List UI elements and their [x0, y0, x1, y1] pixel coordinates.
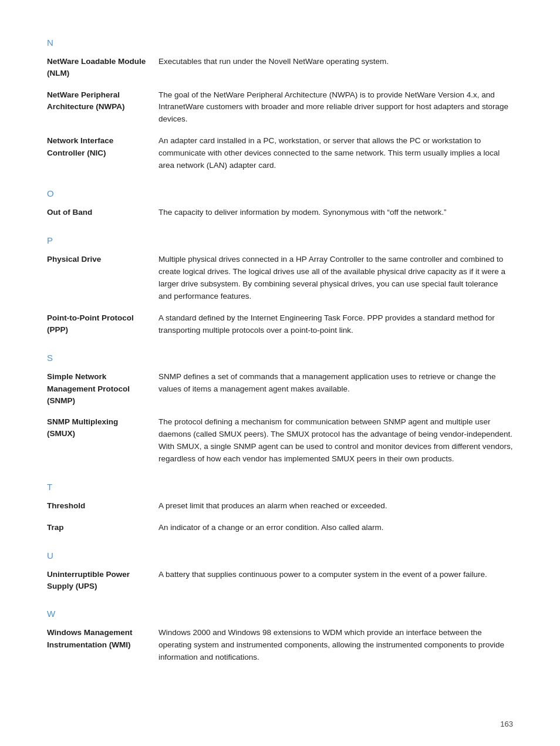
- glossary-row: Uninterruptible Power Supply (UPS)A batt…: [47, 566, 513, 595]
- section-letter: P: [47, 235, 513, 245]
- section-n: NNetWare Loadable Module (NLM)Executable…: [47, 38, 513, 174]
- glossary-definition: The goal of the NetWare Peripheral Archi…: [158, 87, 513, 129]
- glossary-term: SNMP Multiplexing (SMUX): [47, 414, 158, 468]
- section-letter: O: [47, 188, 513, 198]
- glossary-definition: SNMP defines a set of commands that a ma…: [158, 369, 513, 409]
- glossary-definition: Executables that run under the Novell Ne…: [158, 53, 513, 82]
- glossary-row: ThresholdA preset limit that produces an…: [47, 498, 513, 515]
- glossary-table: Out of BandThe capacity to deliver infor…: [47, 204, 513, 221]
- glossary-row: Windows Management Instrumentation (WMI)…: [47, 625, 513, 666]
- glossary-content: NNetWare Loadable Module (NLM)Executable…: [47, 38, 513, 666]
- glossary-term: Physical Drive: [47, 251, 158, 305]
- glossary-term: Network Interface Controller (NIC): [47, 133, 158, 174]
- page-number: 163: [500, 720, 513, 728]
- glossary-term: Simple Network Management Protocol (SNMP…: [47, 369, 158, 409]
- glossary-term: NetWare Loadable Module (NLM): [47, 53, 158, 82]
- glossary-table: NetWare Loadable Module (NLM)Executables…: [47, 53, 513, 174]
- glossary-definition: The protocol defining a mechanism for co…: [158, 414, 513, 468]
- glossary-definition: A preset limit that produces an alarm wh…: [158, 498, 513, 515]
- glossary-row: Out of BandThe capacity to deliver infor…: [47, 204, 513, 221]
- section-t: TThresholdA preset limit that produces a…: [47, 482, 513, 536]
- section-p: PPhysical DriveMultiple physical drives …: [47, 235, 513, 339]
- glossary-definition: Windows 2000 and Windows 98 extensions t…: [158, 625, 513, 666]
- section-u: UUninterruptible Power Supply (UPS)A bat…: [47, 551, 513, 595]
- glossary-term: Trap: [47, 519, 158, 536]
- glossary-term: Windows Management Instrumentation (WMI): [47, 625, 158, 666]
- glossary-term: Point-to-Point Protocol (PPP): [47, 310, 158, 339]
- glossary-table: Windows Management Instrumentation (WMI)…: [47, 625, 513, 666]
- section-w: WWindows Management Instrumentation (WMI…: [47, 609, 513, 666]
- glossary-row: NetWare Loadable Module (NLM)Executables…: [47, 53, 513, 82]
- glossary-row: Network Interface Controller (NIC)An ada…: [47, 133, 513, 174]
- section-letter: W: [47, 609, 513, 619]
- glossary-term: NetWare Peripheral Architecture (NWPA): [47, 87, 158, 129]
- glossary-definition: The capacity to deliver information by m…: [158, 204, 513, 221]
- glossary-definition: An adapter card installed in a PC, works…: [158, 133, 513, 174]
- glossary-table: Physical DriveMultiple physical drives c…: [47, 251, 513, 339]
- glossary-term: Out of Band: [47, 204, 158, 221]
- glossary-row: NetWare Peripheral Architecture (NWPA)Th…: [47, 87, 513, 129]
- glossary-row: Simple Network Management Protocol (SNMP…: [47, 369, 513, 409]
- section-letter: U: [47, 551, 513, 561]
- glossary-row: Physical DriveMultiple physical drives c…: [47, 251, 513, 305]
- section-s: SSimple Network Management Protocol (SNM…: [47, 353, 513, 467]
- glossary-table: Simple Network Management Protocol (SNMP…: [47, 369, 513, 467]
- glossary-table: Uninterruptible Power Supply (UPS)A batt…: [47, 566, 513, 595]
- section-letter: T: [47, 482, 513, 492]
- glossary-definition: Multiple physical drives connected in a …: [158, 251, 513, 305]
- glossary-definition: A battery that supplies continuous power…: [158, 566, 513, 595]
- glossary-row: TrapAn indicator of a change or an error…: [47, 519, 513, 536]
- section-letter: N: [47, 38, 513, 48]
- glossary-definition: A standard defined by the Internet Engin…: [158, 310, 513, 339]
- glossary-definition: An indicator of a change or an error con…: [158, 519, 513, 536]
- glossary-table: ThresholdA preset limit that produces an…: [47, 498, 513, 536]
- glossary-term: Uninterruptible Power Supply (UPS): [47, 566, 158, 595]
- glossary-row: Point-to-Point Protocol (PPP)A standard …: [47, 310, 513, 339]
- section-letter: S: [47, 353, 513, 363]
- section-o: OOut of BandThe capacity to deliver info…: [47, 188, 513, 221]
- glossary-row: SNMP Multiplexing (SMUX)The protocol def…: [47, 414, 513, 468]
- glossary-term: Threshold: [47, 498, 158, 515]
